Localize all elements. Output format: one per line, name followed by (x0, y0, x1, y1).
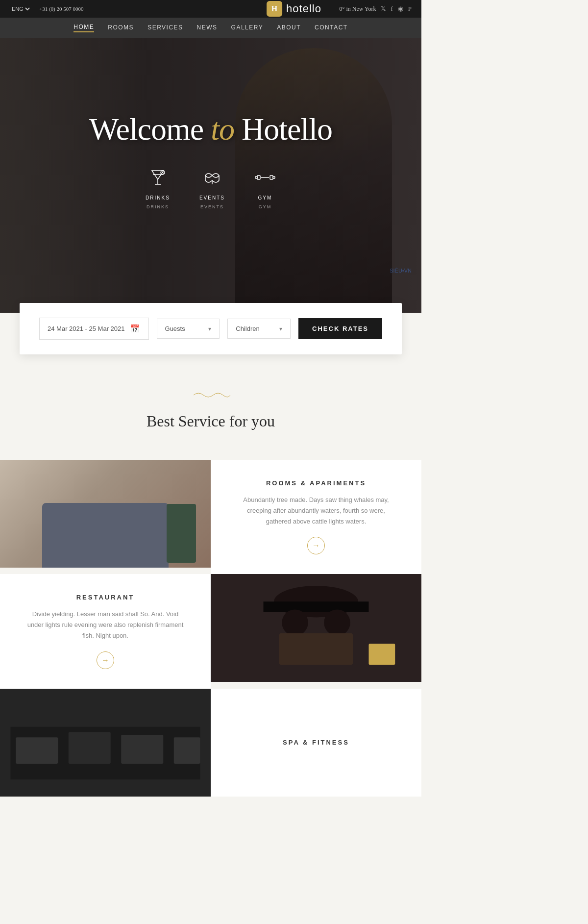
service-grid: ROOMS & APARIMENTS Abundantly tree made.… (0, 460, 421, 689)
nav-news[interactable]: NEWS (197, 24, 218, 32)
spa-text-card: SPA & FITNESS (211, 689, 421, 797)
watermark: SIÊU•VN (390, 268, 412, 274)
nav-home[interactable]: HOME (74, 24, 94, 32)
svg-rect-9 (255, 176, 257, 178)
lang-select[interactable]: ENG (10, 5, 31, 12)
svg-rect-8 (270, 175, 273, 179)
children-label: Children (236, 325, 259, 332)
rooms-service-desc: Abundantly tree made. Days saw thing wha… (235, 495, 397, 527)
svg-rect-16 (279, 633, 353, 665)
svg-rect-21 (69, 732, 111, 764)
instagram-icon[interactable]: ◉ (398, 5, 403, 13)
svg-rect-10 (273, 176, 275, 178)
spa-service-name: SPA & FITNESS (283, 739, 349, 746)
restaurant-service-name: RESTAURANT (76, 594, 135, 601)
check-rates-button[interactable]: CHECK RATES (298, 318, 382, 339)
rooms-arrow-button[interactable]: → (307, 537, 325, 554)
logo-text: hotello (286, 2, 321, 15)
logo-icon: H (267, 1, 282, 17)
hero-title-suffix: Hotello (234, 112, 332, 147)
navbar: HOME ROOMS SERVICES NEWS GALLERY ABOUT C… (0, 18, 421, 38)
gym-icon (254, 167, 276, 191)
top-bar-right: 0° in New York 𝕏 f ◉ P (340, 5, 412, 13)
rooms-image (0, 460, 211, 568)
restaurant-service-desc: Divide yielding. Lesser man said shall S… (24, 609, 186, 641)
restaurant-arrow-button[interactable]: → (97, 651, 114, 669)
date-value: 24 Mar 2021 - 25 Mar 2021 (48, 325, 125, 332)
gym-sublabel: GYM (259, 204, 272, 209)
services-title: Best Service for you (20, 412, 402, 430)
drinks-label: DRINKS (146, 195, 170, 200)
events-label: EVENTS (199, 195, 225, 200)
events-feature[interactable]: EVENTS EVENTS (199, 167, 225, 209)
svg-rect-22 (121, 734, 163, 763)
nav-links: HOME ROOMS SERVICES NEWS GALLERY ABOUT C… (20, 24, 402, 32)
calendar-icon: 📅 (130, 324, 140, 333)
nav-contact[interactable]: CONTACT (315, 24, 348, 32)
svg-rect-7 (257, 175, 260, 179)
twitter-icon[interactable]: 𝕏 (381, 5, 386, 13)
spa-section: SPA & FITNESS (0, 689, 421, 797)
children-arrow-icon: ▾ (279, 325, 282, 332)
hero-content: Welcome to Hotello DRINKS DRINKS (89, 112, 332, 238)
hero-title-italic: to (211, 112, 234, 147)
gym-image (0, 689, 211, 797)
top-bar-left: ENG +31 (0) 20 507 0000 (10, 5, 84, 12)
drinks-sublabel: DRINKS (147, 204, 169, 209)
guests-label: Guests (165, 325, 185, 332)
hero-title: Welcome to Hotello (89, 112, 332, 147)
drinks-feature[interactable]: DRINKS DRINKS (146, 167, 170, 209)
children-select[interactable]: Children ▾ (227, 319, 291, 339)
nav-services[interactable]: SERVICES (147, 24, 183, 32)
location-text: 0° in New York (340, 5, 376, 13)
rooms-service-name: ROOMS & APARIMENTS (266, 479, 366, 487)
restaurant-text-card: RESTAURANT Divide yielding. Lesser man s… (0, 574, 211, 688)
svg-point-14 (282, 610, 308, 636)
restaurant-image (211, 574, 421, 682)
date-field[interactable]: 24 Mar 2021 - 25 Mar 2021 📅 (39, 318, 149, 340)
rooms-text-card: ROOMS & APARIMENTS Abundantly tree made.… (211, 460, 421, 574)
hero-section: Welcome to Hotello DRINKS DRINKS (0, 38, 421, 313)
booking-bar: 24 Mar 2021 - 25 Mar 2021 📅 Guests ▾ Chi… (20, 303, 402, 354)
services-section: Best Service for you (0, 364, 421, 460)
guests-select[interactable]: Guests ▾ (157, 319, 220, 339)
guests-arrow-icon: ▾ (208, 325, 211, 332)
drinks-icon (147, 167, 169, 191)
top-bar: ENG +31 (0) 20 507 0000 H hotello 0° in … (0, 0, 421, 18)
svg-rect-23 (174, 737, 200, 764)
nav-rooms[interactable]: ROOMS (108, 24, 134, 32)
nav-about[interactable]: ABOUT (277, 24, 301, 32)
gym-feature[interactable]: GYM GYM (254, 167, 276, 209)
phone-number: +31 (0) 20 507 0000 (39, 6, 84, 12)
svg-rect-17 (369, 644, 395, 665)
gym-label: GYM (258, 195, 272, 200)
nav-gallery[interactable]: GALLERY (231, 24, 264, 32)
svg-point-15 (324, 610, 350, 636)
events-sublabel: EVENTS (200, 204, 224, 209)
svg-rect-20 (16, 737, 58, 764)
svg-rect-13 (264, 602, 369, 613)
hero-icons: DRINKS DRINKS EVENTS EVENTS (89, 167, 332, 209)
section-ornament (20, 389, 402, 404)
pinterest-icon[interactable]: P (408, 5, 412, 13)
facebook-icon[interactable]: f (391, 5, 392, 13)
hero-title-prefix: Welcome (89, 112, 211, 147)
events-icon (201, 167, 223, 191)
logo[interactable]: H hotello (267, 1, 321, 17)
